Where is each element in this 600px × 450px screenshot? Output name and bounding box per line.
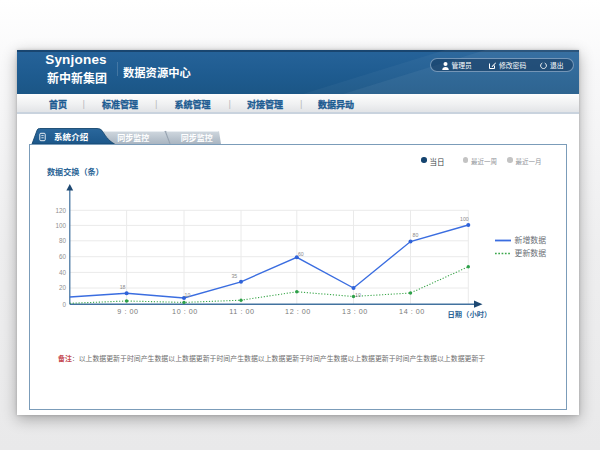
svg-text:60: 60 <box>59 253 67 260</box>
svg-text:0: 0 <box>62 301 66 308</box>
svg-text:120: 120 <box>55 207 66 214</box>
svg-text:9 : 00: 9 : 00 <box>117 307 138 316</box>
svg-text:100: 100 <box>460 216 469 222</box>
svg-text:更新数据: 更新数据 <box>515 248 547 258</box>
svg-text:13 : 00: 13 : 00 <box>342 307 368 316</box>
svg-text:同步监控: 同步监控 <box>181 133 213 143</box>
svg-text:100: 100 <box>55 222 66 229</box>
svg-text:日期（小时）: 日期（小时） <box>448 310 492 319</box>
svg-text:60: 60 <box>298 251 304 257</box>
svg-text:新增数据: 新增数据 <box>515 235 547 245</box>
svg-text:10 : 00: 10 : 00 <box>172 307 198 316</box>
svg-text:80: 80 <box>413 232 419 238</box>
svg-text:14 : 00: 14 : 00 <box>399 307 425 316</box>
svg-text:18: 18 <box>120 284 126 290</box>
svg-text:35: 35 <box>231 273 237 279</box>
svg-text:20: 20 <box>59 284 67 291</box>
svg-text:80: 80 <box>59 237 67 244</box>
svg-text:10: 10 <box>355 292 361 298</box>
svg-text:12 : 00: 12 : 00 <box>285 307 311 316</box>
svg-text:系统介绍: 系统介绍 <box>54 132 88 142</box>
svg-text:同步监控: 同步监控 <box>117 133 149 143</box>
svg-text:11 : 00: 11 : 00 <box>229 307 254 316</box>
svg-text:10: 10 <box>185 292 191 298</box>
svg-text:40: 40 <box>59 269 67 276</box>
